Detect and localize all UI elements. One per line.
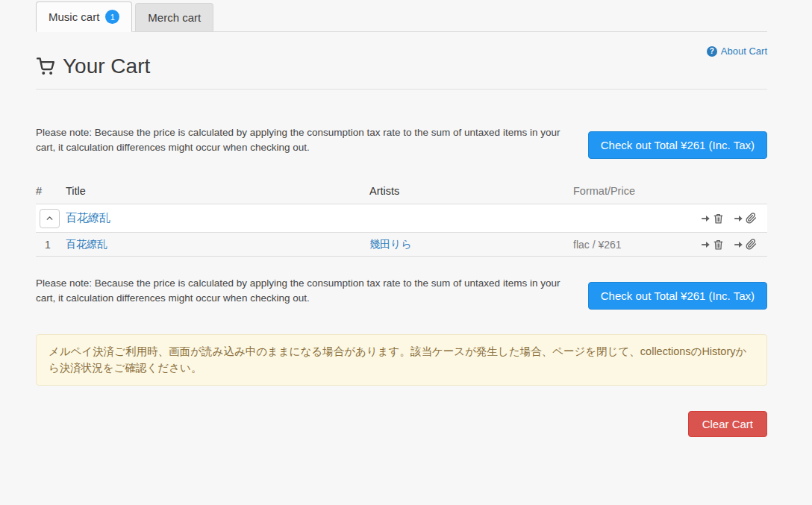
paperclip-icon — [746, 239, 757, 250]
cart-page: Music cart 1 Merch cart ? About Cart You… — [36, 0, 767, 437]
track-row: 1 百花繚乱 幾田りら flac / ¥261 — [36, 233, 767, 257]
question-circle-icon: ? — [707, 46, 717, 57]
track-format-price: flac / ¥261 — [573, 239, 672, 251]
cart-table-header: # Title Artists Format/Price — [36, 181, 767, 204]
arrow-right-icon — [734, 239, 744, 250]
cart-tabs: Music cart 1 Merch cart — [36, 0, 767, 32]
track-artist-link[interactable]: 幾田りら — [369, 238, 412, 250]
cart-table: # Title Artists Format/Price 百花繚乱 — [36, 181, 767, 257]
paperclip-icon — [746, 213, 757, 224]
cart-header: ? About Cart Your Cart — [36, 46, 767, 78]
tab-merch-cart-label: Merch cart — [148, 11, 201, 24]
merpay-warning-alert: メルペイ決済ご利用時、画面が読み込み中のままになる場合があります。該当ケースが発… — [36, 334, 767, 386]
page-title-text: Your Cart — [63, 54, 150, 78]
music-cart-count-badge: 1 — [105, 10, 119, 24]
trash-icon — [713, 239, 724, 251]
clear-cart-button[interactable]: Clear Cart — [688, 411, 767, 437]
tab-music-cart[interactable]: Music cart 1 — [36, 1, 132, 32]
about-cart-label: About Cart — [721, 46, 767, 57]
tab-music-cart-label: Music cart — [49, 10, 99, 23]
chevron-up-icon — [45, 213, 54, 223]
checkout-row-bottom: Please note: Because the price is calcul… — [36, 276, 767, 310]
track-number: 1 — [36, 239, 66, 251]
col-header-artists: Artists — [369, 181, 573, 204]
arrow-right-icon — [701, 239, 711, 250]
arrow-right-icon — [734, 213, 744, 224]
header-divider — [36, 89, 767, 90]
col-header-title: Title — [66, 181, 369, 204]
arrow-right-icon — [701, 213, 711, 224]
about-cart-link[interactable]: ? About Cart — [707, 46, 767, 57]
checkout-button[interactable]: Check out Total ¥261 (Inc. Tax) — [588, 282, 767, 310]
tax-note: Please note: Because the price is calcul… — [36, 125, 562, 154]
album-move-to-clip-button[interactable] — [734, 213, 757, 225]
col-header-format-price: Format/Price — [573, 181, 672, 204]
checkout-button[interactable]: Check out Total ¥261 (Inc. Tax) — [588, 131, 767, 159]
album-move-to-trash-button[interactable] — [701, 213, 724, 225]
trash-icon — [713, 213, 724, 225]
shopping-cart-icon — [36, 57, 55, 76]
album-row: 百花繚乱 — [36, 204, 767, 233]
collapse-album-button[interactable] — [40, 209, 60, 228]
album-title-link[interactable]: 百花繚乱 — [66, 211, 110, 224]
tax-note: Please note: Because the price is calcul… — [36, 276, 562, 305]
tab-merch-cart[interactable]: Merch cart — [135, 3, 213, 31]
checkout-row-top: Please note: Because the price is calcul… — [36, 125, 767, 159]
track-move-to-clip-button[interactable] — [734, 239, 757, 251]
clear-cart-row: Clear Cart — [36, 411, 767, 437]
track-title-link[interactable]: 百花繚乱 — [66, 238, 107, 250]
col-header-num: # — [36, 181, 66, 204]
page-title: Your Cart — [36, 54, 767, 78]
track-move-to-trash-button[interactable] — [701, 239, 724, 251]
